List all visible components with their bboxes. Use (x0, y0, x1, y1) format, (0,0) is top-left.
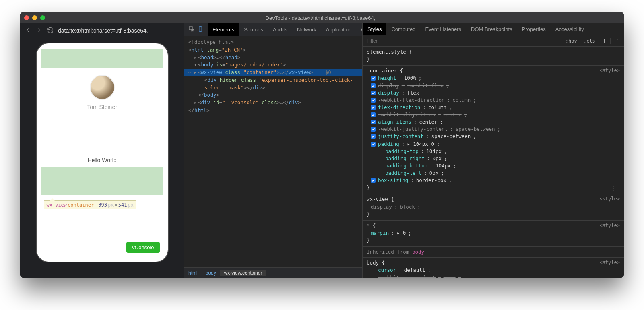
inspect-tooltip: wx-viewcontainer 393px × 541px (44, 200, 136, 209)
filter-bar: :hov .cls + ⋮ (363, 35, 624, 47)
checkbox-icon[interactable] (371, 142, 376, 147)
source-link[interactable]: <style> (599, 67, 620, 74)
css-property[interactable]: -webkit-justify-content: space-between; (367, 126, 620, 133)
css-property[interactable]: display: -webkit-flex; (367, 82, 620, 89)
css-property[interactable]: height: 100%; (367, 74, 620, 82)
subtab-event-listeners[interactable]: Event Listeners (420, 23, 466, 35)
subtab-dom-breakpoints[interactable]: DOM Breakpoints (466, 23, 517, 35)
css-property[interactable]: box-sizing: border-box; (367, 177, 620, 184)
hov-toggle[interactable]: :hov (562, 38, 580, 44)
source-link[interactable]: <style> (599, 222, 620, 229)
subtab-properties[interactable]: Properties (517, 23, 551, 35)
url-text: data:text/html;charset=utf-8;base64, (58, 27, 148, 34)
css-property[interactable]: padding-top: 104px; (367, 148, 620, 155)
titlebar: DevTools - data:text/html;charset=utf-8;… (20, 12, 624, 23)
new-rule-icon[interactable]: + (599, 37, 610, 45)
tooltip-width: 393 (98, 202, 107, 208)
filter-input[interactable] (363, 38, 562, 44)
username-label: Tom Steiner (87, 104, 117, 110)
subtab-accessibility[interactable]: Accessibility (551, 23, 589, 35)
checkbox-icon[interactable] (371, 120, 376, 124)
checkbox-icon[interactable] (371, 127, 376, 132)
browser-panel: data:text/html;charset=utf-8;base64, Tom… (20, 23, 184, 278)
tab-network[interactable]: Network (292, 23, 321, 36)
tab-application[interactable]: Application (321, 23, 357, 36)
styles-pane[interactable]: element.style { } <style> .container { h… (363, 47, 624, 278)
checkbox-icon[interactable] (371, 134, 376, 139)
checkbox-icon[interactable] (371, 112, 376, 117)
avatar (90, 75, 115, 100)
css-property[interactable]: -webkit-align-items: center; (367, 111, 620, 118)
devtools-window: DevTools - data:text/html;charset=utf-8;… (20, 12, 624, 278)
nav-bar: data:text/html;charset=utf-8;base64, (20, 23, 184, 38)
subtab-styles[interactable]: Styles (363, 23, 386, 35)
css-property[interactable]: margin: ▸ 0; (367, 229, 620, 237)
window-controls (24, 15, 45, 20)
maximize-icon[interactable] (40, 15, 45, 20)
vconsole-button[interactable]: vConsole (126, 242, 159, 253)
subtab-computed[interactable]: Computed (386, 23, 420, 35)
hello-text: Hello World (87, 157, 116, 163)
checkbox-icon[interactable] (371, 76, 376, 81)
css-property[interactable]: -webkit-flex-direction: column; (367, 97, 620, 104)
rule-element-style: element.style { } (363, 47, 624, 66)
checkbox-icon[interactable] (371, 91, 376, 95)
inherited-from: Inherited from body (363, 247, 624, 258)
css-property[interactable]: padding-left: 0px; (367, 169, 620, 177)
selected-node[interactable]: ⋯▸<wx-view class="container">…</wx-view>… (184, 69, 362, 76)
app-preview: Tom Steiner Hello World wx-viewcontainer… (41, 49, 163, 256)
css-property[interactable]: padding-bottom: 104px; (367, 162, 620, 169)
rule-more-icon[interactable]: ⋮ (607, 185, 620, 192)
close-icon[interactable] (24, 15, 29, 20)
tab-elements[interactable]: Elements (208, 23, 239, 36)
checkbox-icon[interactable] (371, 105, 376, 110)
window-title: DevTools - data:text/html;charset=utf-8;… (45, 15, 596, 21)
source-link[interactable]: <style> (599, 196, 620, 203)
device-frame: Tom Steiner Hello World wx-viewcontainer… (36, 43, 169, 262)
css-property[interactable]: -webkit-user-select: none; (367, 274, 620, 278)
svg-rect-1 (199, 27, 202, 31)
tooltip-tag: wx-view (47, 202, 67, 208)
breadcrumb-item[interactable]: wx-view.container (220, 270, 266, 276)
breadcrumb-item[interactable]: body (202, 270, 220, 276)
css-property[interactable]: justify-content: space-between; (367, 133, 620, 140)
minimize-icon[interactable] (32, 15, 37, 20)
tab-sources[interactable]: Sources (239, 23, 268, 36)
inspect-element-icon[interactable] (188, 26, 195, 33)
checkbox-icon[interactable] (371, 178, 376, 183)
breadcrumb-item[interactable]: html (184, 270, 202, 276)
forward-icon[interactable] (35, 27, 43, 35)
rule-star: <style> * { margin: ▸ 0; } (363, 221, 624, 247)
css-property[interactable]: padding-right: 0px; (367, 155, 620, 162)
cls-toggle[interactable]: .cls (580, 38, 599, 44)
css-property[interactable]: align-items: center; (367, 118, 620, 126)
css-property[interactable]: display: block; (367, 203, 620, 211)
css-property[interactable]: flex-direction: column; (367, 104, 620, 111)
checkbox-icon[interactable] (371, 83, 376, 88)
breadcrumb: htmlbodywx-view.container (184, 267, 362, 278)
back-icon[interactable] (24, 27, 31, 35)
rule-body: <style> body { cursor: default;-webkit-u… (363, 258, 624, 278)
tab-audits[interactable]: Audits (268, 23, 292, 36)
reload-icon[interactable] (47, 27, 54, 35)
css-property[interactable]: padding: ▸ 104px 0; (367, 141, 620, 148)
tooltip-class: container (68, 202, 94, 208)
tooltip-height: 541 (118, 202, 127, 208)
dom-tree[interactable]: <!doctype html> <html lang="zh-CN"> ▸<he… (184, 36, 362, 267)
source-link[interactable]: <style> (599, 259, 620, 266)
checkbox-icon[interactable] (371, 98, 376, 103)
css-property[interactable]: cursor: default; (367, 267, 620, 274)
main-tab-bar: ElementsSourcesAuditsNetworkApplicationC… (184, 23, 362, 36)
device-toggle-icon[interactable] (197, 26, 204, 33)
sub-tab-bar: StylesComputedEvent ListenersDOM Breakpo… (363, 23, 624, 35)
rule-wxview: <style> wx-view { display: block; } (363, 194, 624, 220)
styles-more-icon[interactable]: ⋮ (610, 38, 624, 44)
rule-container: <style> .container { height: 100%;displa… (363, 66, 624, 194)
css-property[interactable]: display: flex; (367, 89, 620, 97)
